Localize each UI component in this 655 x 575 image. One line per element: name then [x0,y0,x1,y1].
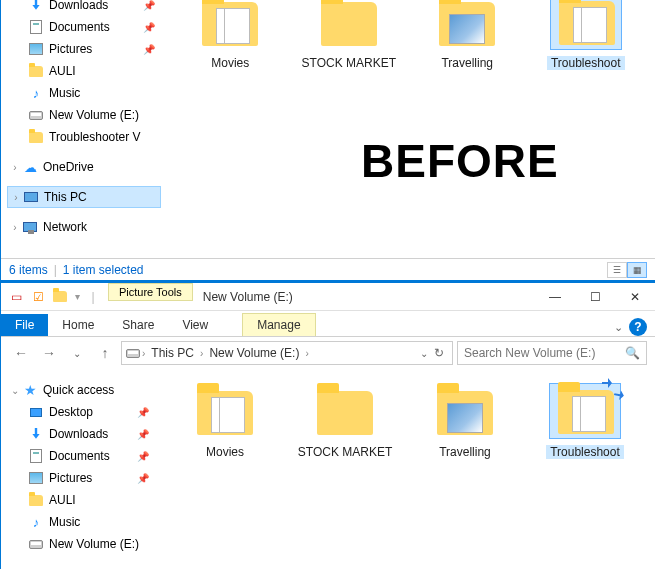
sidebar-item-label: Downloads [45,0,143,12]
document-icon [27,19,45,35]
sidebar-item-new-volume-e-[interactable]: New Volume (E:) [7,104,161,126]
sidebar-item-label: This PC [40,190,158,204]
sidebar-item-troubleshooter-v[interactable]: Troubleshooter V [7,126,161,148]
sidebar-item-downloads[interactable]: Downloads📌 [7,423,155,445]
status-bar: 6 items | 1 item selected ☰ ▦ [1,258,655,280]
folder-icon [550,0,622,50]
crumb-sep: › [142,348,145,359]
sidebar-item-documents[interactable]: Documents📌 [7,445,155,467]
details-view-button[interactable]: ☰ [607,262,627,278]
address-bar[interactable]: › This PC › New Volume (E:) › ⌄ ↻ [121,341,453,365]
sidebar-item-new-volume-e-[interactable]: New Volume (E:) [7,533,155,555]
star-icon: ★ [21,382,39,398]
minimize-button[interactable]: — [535,283,575,311]
help-button[interactable]: ? [629,318,647,336]
folder-item-troubleshoot[interactable]: Troubleshoot [535,383,635,459]
drive-icon [27,536,45,552]
status-separator: | [54,263,57,277]
folder-label: STOCK MARKET [300,56,399,70]
navigation-pane: Downloads📌Documents📌Pictures📌AULI♪MusicN… [1,0,161,238]
folder-item-stock-market[interactable]: STOCK MARKET [300,0,399,70]
sidebar-item-pictures[interactable]: Pictures📌 [7,467,155,489]
ribbon-tab-manage[interactable]: Manage [242,313,315,336]
sidebar-item-music[interactable]: ♪Music [7,82,161,104]
icons-view-button[interactable]: ▦ [627,262,647,278]
qat-checkbox-button[interactable]: ☑ [27,286,49,308]
folder-grid: MoviesSTOCK MARKETTravellingTroubleshoot [161,0,655,70]
sidebar-item-label: Documents [45,20,143,34]
sidebar-item-documents[interactable]: Documents📌 [7,16,161,38]
folder-label: STOCK MARKET [295,445,395,459]
address-dropdown-icon[interactable]: ⌄ [420,348,428,359]
drive-icon [27,107,45,123]
content-area: MoviesSTOCK MARKETTravellingTroubleshoot… [161,0,655,280]
window-controls: — ☐ ✕ [535,283,655,311]
folder-item-movies[interactable]: Movies [175,383,275,459]
ribbon-tab-share[interactable]: Share [108,314,168,336]
ribbon: FileHomeShareViewManage ⌄ ? [1,311,655,337]
recent-dropdown[interactable]: ⌄ [65,341,89,365]
sidebar-item-music[interactable]: ♪Music [7,511,155,533]
expand-icon[interactable] [9,385,21,396]
address-bar-row: ← → ⌄ ↑ › This PC › New Volume (E:) › ⌄ … [1,337,655,369]
folder-label: Troubleshoot [547,56,625,70]
folder-icon [431,0,503,50]
expand-icon[interactable] [9,222,21,233]
sidebar-item-onedrive[interactable]: ☁OneDrive [7,156,161,178]
folder-item-travelling[interactable]: Travelling [418,0,517,70]
crumb-sep: › [305,348,308,359]
up-button[interactable]: ↑ [93,341,117,365]
sidebar-item-label: AULI [45,493,153,507]
search-input[interactable] [464,346,621,360]
window-title: New Volume (E:) [193,290,535,304]
sidebar-item-network[interactable]: Network [7,216,161,238]
share-overlay-icon [602,378,624,400]
sidebar-item-label: Desktop [45,405,137,419]
picture-icon [27,470,45,486]
ribbon-tab-home[interactable]: Home [48,314,108,336]
maximize-button[interactable]: ☐ [575,283,615,311]
sidebar-item-this-pc[interactable]: This PC [7,186,161,208]
pin-icon: 📌 [143,44,155,55]
sidebar-item-label: Music [45,86,159,100]
qat-separator: | [82,286,104,308]
folder-label: Movies [181,56,280,70]
breadcrumb-this-pc[interactable]: This PC [147,346,198,360]
qat-properties-button[interactable]: ▭ [5,286,27,308]
sidebar-item-auli[interactable]: AULI [7,489,155,511]
document-icon [27,448,45,464]
back-button[interactable]: ← [9,341,33,365]
forward-button[interactable]: → [37,341,61,365]
refresh-button[interactable]: ↻ [434,346,444,360]
folder-icon [549,383,621,439]
breadcrumb-drive[interactable]: New Volume (E:) [205,346,303,360]
ribbon-collapse-icon[interactable]: ⌄ [614,321,623,334]
sidebar-item-auli[interactable]: AULI [7,60,161,82]
crumb-sep: › [200,348,203,359]
pin-icon: 📌 [137,451,149,462]
sidebar-item-label: Documents [45,449,137,463]
download-icon [27,426,45,442]
folder-item-troubleshoot[interactable]: Troubleshoot [537,0,636,70]
search-box[interactable]: 🔍 [457,341,647,365]
view-switcher: ☰ ▦ [607,262,647,278]
pc-icon [22,189,40,205]
folder-item-travelling[interactable]: Travelling [415,383,515,459]
pin-icon: 📌 [137,407,149,418]
qat-dropdown[interactable]: ▾ [75,291,80,302]
expand-icon[interactable] [10,192,22,203]
folder-icon [313,0,385,50]
sidebar-item-label: Pictures [45,471,137,485]
expand-icon[interactable] [9,162,21,173]
close-button[interactable]: ✕ [615,283,655,311]
item-count: 6 items [9,263,48,277]
sidebar-item-pictures[interactable]: Pictures📌 [7,38,161,60]
sidebar-item-downloads[interactable]: Downloads📌 [7,0,161,16]
sidebar-item-desktop[interactable]: Desktop📌 [7,401,155,423]
sidebar-item-quick-access[interactable]: ★Quick access [7,379,155,401]
qat-folder-icon [49,286,71,308]
ribbon-tab-view[interactable]: View [168,314,222,336]
folder-item-stock-market[interactable]: STOCK MARKET [295,383,395,459]
folder-item-movies[interactable]: Movies [181,0,280,70]
ribbon-tab-file[interactable]: File [1,314,48,336]
